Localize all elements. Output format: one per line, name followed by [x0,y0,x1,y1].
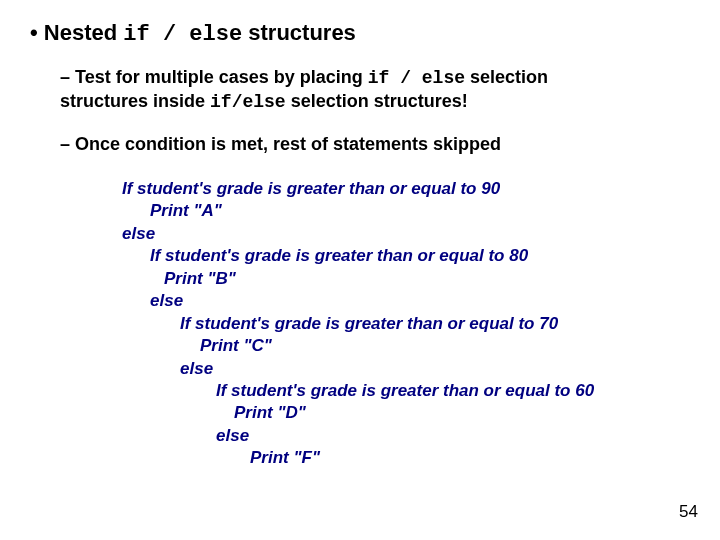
sub1-code-2: if/else [210,92,286,112]
pseudo-line: If student's grade is greater than or eq… [122,313,594,335]
bullet: • [30,20,38,45]
dash: – [60,67,70,87]
sub1-text-3: selection structures! [286,91,468,111]
pseudo-line: Print "A" [122,200,594,222]
pseudo-line: If student's grade is greater than or eq… [122,380,594,402]
pseudo-line: Print "C" [122,335,594,357]
slide: • Nested if / else structures – Test for… [0,0,720,540]
dash: – [60,134,70,154]
heading-suffix: structures [242,20,356,45]
pseudo-line: Print "F" [122,447,594,469]
pseudo-line: Print "B" [122,268,594,290]
pseudocode-block: If student's grade is greater than or eq… [122,178,594,470]
pseudo-line: If student's grade is greater than or eq… [122,245,594,267]
pseudo-line: else [122,290,594,312]
page-number: 54 [679,502,698,522]
pseudo-line: else [122,358,594,380]
heading-code: if / else [123,22,242,47]
subpoint-2: – Once condition is met, rest of stateme… [60,134,660,155]
pseudo-line: else [122,425,594,447]
heading-prefix: Nested [44,20,123,45]
sub2-text: Once condition is met, rest of statement… [70,134,501,154]
pseudo-line: Print "D" [122,402,594,424]
heading-line: • Nested if / else structures [30,20,356,47]
sub1-text-1: Test for multiple cases by placing [70,67,368,87]
subpoint-1: – Test for multiple cases by placing if … [60,66,640,113]
pseudo-line: else [122,223,594,245]
sub1-code-1: if / else [368,68,465,88]
pseudo-line: If student's grade is greater than or eq… [122,178,594,200]
